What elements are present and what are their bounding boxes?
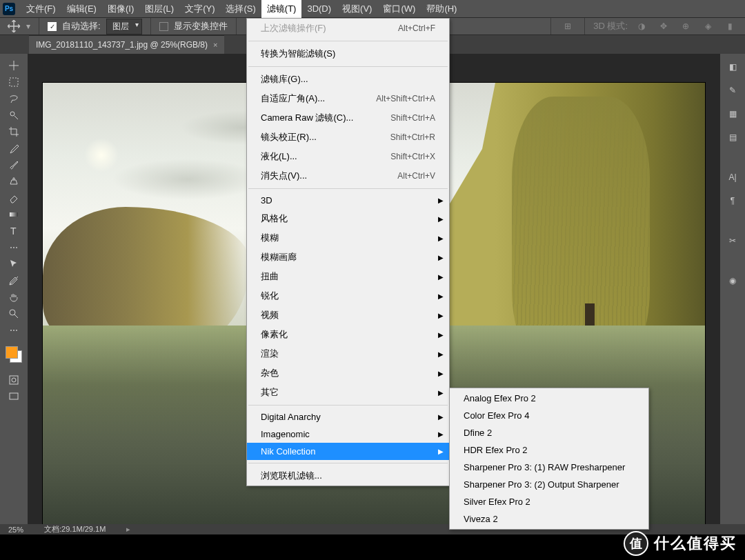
watermark-badge: 值 — [624, 531, 648, 556]
menu-liquify[interactable]: 液化(L)...Shift+Ctrl+X — [247, 147, 449, 166]
layer-dropdown[interactable]: 图层 — [106, 19, 142, 34]
app-logo: Ps — [3, 3, 15, 15]
menu-filter-gallery[interactable]: 滤镜库(G)... — [247, 70, 449, 89]
menu-smart-filter[interactable]: 转换为智能滤镜(S) — [247, 44, 449, 63]
move-tool[interactable] — [4, 58, 23, 73]
quick-mask-tool[interactable] — [4, 372, 23, 388]
nik-sharpener-raw[interactable]: Sharpener Pro 3: (1) RAW Presharpener — [450, 459, 648, 476]
menu-blur-sub[interactable]: 模糊▶ — [247, 228, 449, 248]
menu-noise-sub[interactable]: 杂色▶ — [247, 363, 449, 383]
type-tool[interactable]: T — [4, 223, 23, 239]
menu-camera-raw[interactable]: Camera Raw 滤镜(C)...Shift+Ctrl+A — [247, 108, 449, 128]
3d-mode-label: 3D 模式: — [593, 20, 628, 32]
brush-tool[interactable] — [4, 157, 23, 172]
nik-silver-efex[interactable]: Silver Efex Pro 2 — [450, 493, 648, 510]
menu-digital-anarchy[interactable]: Digital Anarchy▶ — [247, 408, 449, 426]
menu-lens-correction[interactable]: 镜头校正(R)...Shift+Ctrl+R — [247, 128, 449, 147]
color-swatch[interactable] — [6, 346, 22, 363]
3d-camera-icon[interactable]: ▮ — [722, 18, 738, 34]
menu-adaptive-wide[interactable]: 自适应广角(A)...Alt+Shift+Ctrl+A — [247, 89, 449, 108]
menu-view[interactable]: 视图(V) — [337, 0, 377, 18]
menu-3d-sub[interactable]: 3D▶ — [247, 192, 449, 209]
watermark-text: 什么值得买 — [654, 533, 737, 554]
menu-type[interactable]: 文字(Y) — [179, 0, 220, 18]
menu-imagenomic[interactable]: Imagenomic▶ — [247, 426, 449, 443]
screen-mode-tool[interactable] — [4, 389, 23, 404]
lasso-tool[interactable] — [4, 91, 23, 106]
menu-image[interactable]: 图像(I) — [102, 0, 139, 18]
svg-rect-2 — [10, 212, 18, 217]
eraser-tool[interactable] — [4, 190, 23, 206]
menu-nik-collection[interactable]: Nik Collection▶ — [247, 443, 449, 460]
menu-window[interactable]: 窗口(W) — [377, 0, 421, 18]
dots-tool[interactable]: ⋯ — [4, 240, 23, 255]
menu-select[interactable]: 选择(S) — [220, 0, 261, 18]
menu-vanishing-point[interactable]: 消失点(V)...Alt+Ctrl+V — [247, 166, 449, 186]
menubar: Ps 文件(F) 编辑(E) 图像(I) 图层(L) 文字(Y) 选择(S) 滤… — [0, 0, 745, 18]
doc-size: 文档:29.1M/29.1M — [44, 524, 106, 534]
nik-collection-submenu: Analog Efex Pro 2 Color Efex Pro 4 Dfine… — [449, 388, 649, 530]
menu-help[interactable]: 帮助(H) — [421, 0, 462, 18]
svg-point-1 — [10, 112, 14, 116]
menu-sharpen-sub[interactable]: 锐化▶ — [247, 286, 449, 306]
menu-stylize-sub[interactable]: 风格化▶ — [247, 209, 449, 228]
cc-panel-icon[interactable]: ◉ — [725, 273, 740, 288]
gradient-tool[interactable] — [4, 207, 23, 222]
show-transform-label: 显示变换控件 — [174, 20, 228, 32]
svg-rect-0 — [10, 78, 18, 86]
menu-last-filter[interactable]: 上次滤镜操作(F)Alt+Ctrl+F — [247, 19, 449, 38]
nik-dfine[interactable]: Dfine 2 — [450, 424, 648, 441]
brushes-panel-icon[interactable]: ✎ — [725, 83, 740, 98]
svg-rect-7 — [10, 393, 18, 399]
menu-filter[interactable]: 滤镜(T) — [261, 0, 302, 18]
menu-file[interactable]: 文件(F) — [21, 0, 61, 18]
pen-tool[interactable] — [4, 273, 23, 288]
svg-text:T: T — [10, 226, 17, 237]
menu-browse-online[interactable]: 浏览联机滤镜... — [247, 466, 449, 486]
nik-hdr-efex[interactable]: HDR Efex Pro 2 — [450, 441, 648, 459]
eyedropper-tool[interactable] — [4, 141, 23, 156]
clone-stamp-tool[interactable] — [4, 174, 23, 189]
quick-select-tool[interactable] — [4, 108, 23, 123]
adjustments-panel-icon[interactable]: ✂ — [725, 233, 740, 248]
more-tools[interactable]: ⋯ — [4, 323, 23, 338]
menu-pixelate-sub[interactable]: 像素化▶ — [247, 325, 449, 344]
auto-select-checkbox[interactable]: ✓ — [48, 22, 57, 31]
nik-color-efex[interactable]: Color Efex Pro 4 — [450, 407, 648, 424]
nik-viveza[interactable]: Viveza 2 — [450, 510, 648, 528]
menu-render-sub[interactable]: 渲染▶ — [247, 344, 449, 363]
3d-scale-icon[interactable]: ◈ — [699, 18, 716, 34]
zoom-level[interactable]: 25% — [8, 526, 23, 534]
menu-video-sub[interactable]: 视频▶ — [247, 306, 449, 325]
menu-other-sub[interactable]: 其它▶ — [247, 383, 449, 402]
3d-slide-icon[interactable]: ⊕ — [677, 18, 694, 34]
nik-analog-efex[interactable]: Analog Efex Pro 2 — [450, 390, 648, 407]
menu-edit[interactable]: 编辑(E) — [61, 0, 102, 18]
3d-orbit-icon[interactable]: ◑ — [633, 18, 650, 34]
path-select-tool[interactable] — [4, 257, 23, 272]
crop-tool[interactable] — [4, 124, 23, 139]
document-tab[interactable]: IMG_20181110_143737_1.jpg @ 25%(RGB/8) × — [29, 35, 224, 54]
svg-point-4 — [10, 310, 15, 315]
nik-sharpener-output[interactable]: Sharpener Pro 3: (2) Output Sharpener — [450, 476, 648, 493]
menu-layer[interactable]: 图层(L) — [139, 0, 179, 18]
document-tab-title: IMG_20181110_143737_1.jpg @ 25%(RGB/8) — [36, 40, 208, 50]
3d-icon[interactable]: ⊞ — [559, 18, 576, 34]
show-transform-checkbox[interactable] — [159, 22, 168, 31]
marquee-tool[interactable] — [4, 74, 23, 90]
hand-tool[interactable] — [4, 290, 23, 305]
zoom-tool[interactable] — [4, 306, 23, 321]
swatches-panel-icon[interactable]: ▦ — [725, 106, 740, 121]
right-panel: ◧ ✎ ▦ ▤ A| ¶ ✂ ◉ — [720, 54, 745, 524]
menu-distort-sub[interactable]: 扭曲▶ — [247, 267, 449, 286]
close-tab-icon[interactable]: × — [213, 41, 217, 49]
filter-menu: 上次滤镜操作(F)Alt+Ctrl+F 转换为智能滤镜(S) 滤镜库(G)...… — [246, 18, 450, 486]
panel-icon-1[interactable]: ◧ — [725, 59, 740, 74]
3d-pan-icon[interactable]: ✥ — [655, 18, 672, 34]
libraries-panel-icon[interactable]: ▤ — [725, 130, 740, 145]
character-panel-icon[interactable]: A| — [725, 170, 740, 185]
paragraph-panel-icon[interactable]: ¶ — [725, 193, 740, 208]
menu-3d[interactable]: 3D(D) — [301, 1, 337, 17]
menu-blur-gallery-sub[interactable]: 模糊画廊▶ — [247, 248, 449, 267]
svg-rect-5 — [10, 376, 18, 384]
